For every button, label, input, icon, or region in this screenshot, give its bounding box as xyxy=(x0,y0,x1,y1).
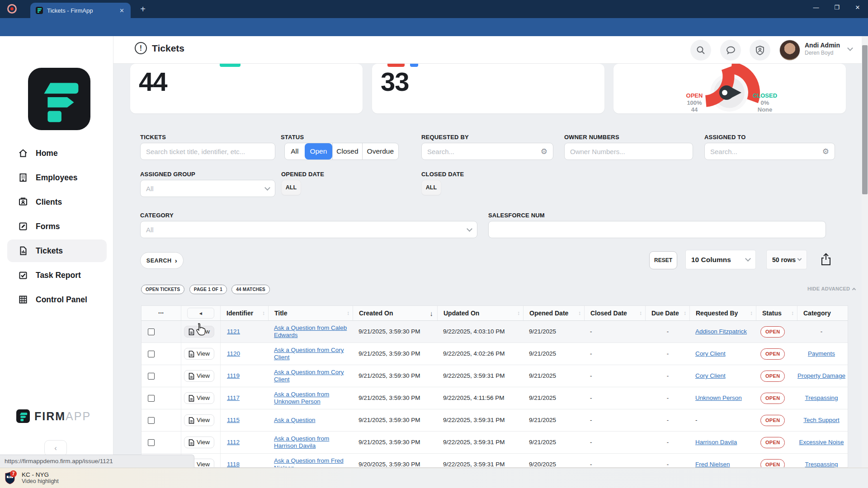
closed-date-all-button[interactable]: ALL xyxy=(421,180,441,195)
view-button[interactable]: View xyxy=(184,348,214,360)
ticket-title-link[interactable]: Ask a Question from Caleb Edwards xyxy=(274,324,353,339)
column-header-due-date[interactable]: Due Date↕ xyxy=(646,306,690,320)
opened-date-all-button[interactable]: ALL xyxy=(281,180,301,195)
owner-numbers-input[interactable]: Owner Numbers... xyxy=(564,143,693,160)
column-header-category[interactable]: Category xyxy=(797,306,845,320)
export-icon[interactable] xyxy=(820,253,832,266)
category-link[interactable]: Tech Support xyxy=(803,417,840,424)
sidebar-item-forms[interactable]: Forms xyxy=(7,215,107,238)
sidebar-item-employees[interactable]: Employees xyxy=(7,166,107,189)
column-header-status[interactable]: Status↕ xyxy=(756,306,797,320)
sidebar-item-tickets[interactable]: Tickets xyxy=(7,239,107,262)
row-checkbox[interactable] xyxy=(148,373,155,380)
view-button[interactable]: View xyxy=(184,436,214,448)
reset-button[interactable]: RESET xyxy=(649,251,677,269)
requested-by-link[interactable]: Cory Client xyxy=(695,350,726,357)
column-header-opened-date[interactable]: Opened Date↕ xyxy=(524,306,585,320)
sort-icon[interactable]: ↕ xyxy=(750,310,753,316)
requested-by-link[interactable]: Harrison Davila xyxy=(695,439,737,446)
collapse-columns-button[interactable]: ◂ xyxy=(187,308,214,319)
sort-desc-icon[interactable]: ↓ xyxy=(430,310,434,317)
view-button[interactable]: View xyxy=(184,392,214,404)
salesforce-input[interactable] xyxy=(488,221,826,238)
taskbar-widget[interactable]: NFL 7 KC - NYG Video highlight xyxy=(5,470,113,485)
tab-close-icon[interactable]: ✕ xyxy=(118,7,126,14)
browser-tab[interactable]: Tickets - FirmApp ✕ xyxy=(30,3,131,18)
tickets-search-input[interactable]: Search ticket title, identifier, etc... xyxy=(140,143,275,160)
ticket-title-link[interactable]: Ask a Question from Cory Client xyxy=(274,347,353,361)
ticket-title-link[interactable]: Ask a Question from Harrison Davila xyxy=(274,435,353,450)
status-option-closed[interactable]: Closed xyxy=(332,143,362,160)
sort-icon[interactable]: ↕ xyxy=(517,310,520,316)
category-select[interactable]: All xyxy=(140,221,477,238)
header-search-button[interactable] xyxy=(690,40,711,61)
sort-icon[interactable]: ↕ xyxy=(262,310,265,316)
ticket-title-link[interactable]: Ask a Question xyxy=(274,417,316,424)
category-link[interactable]: Payments xyxy=(808,350,835,357)
scrollbar-thumb[interactable] xyxy=(862,45,868,194)
column-header-identifier[interactable]: Identifier↕ xyxy=(221,306,269,320)
row-checkbox[interactable] xyxy=(148,417,155,424)
hide-advanced-toggle[interactable]: HIDE ADVANCED xyxy=(807,286,855,291)
status-option-open[interactable]: Open xyxy=(305,143,333,160)
requested-by-link[interactable]: Addison Fitzpatrick xyxy=(695,328,747,335)
sort-icon[interactable]: ↕ xyxy=(684,310,686,316)
sidebar-item-task-report[interactable]: Task Report xyxy=(7,264,107,286)
status-option-all[interactable]: All xyxy=(285,143,305,160)
search-button[interactable]: SEARCH› xyxy=(140,252,184,269)
new-tab-button[interactable]: + xyxy=(137,4,148,14)
requested-by-link[interactable]: Cory Client xyxy=(695,372,726,380)
ticket-id-link[interactable]: 1120 xyxy=(227,350,240,357)
ticket-title-link[interactable]: Ask a Question from Unknown Person xyxy=(274,391,353,405)
row-actions-icon[interactable]: ••• xyxy=(158,311,164,315)
category-link[interactable]: Trespassing xyxy=(805,394,838,402)
requested-by-link[interactable]: Fred Nielsen xyxy=(695,461,730,468)
sidebar-item-home[interactable]: Home xyxy=(7,142,107,164)
user-avatar[interactable] xyxy=(779,40,800,61)
window-close-button[interactable]: ✕ xyxy=(847,0,868,15)
requested-by-input[interactable]: Search...⚙ xyxy=(421,143,553,160)
column-header--[interactable]: ◂ xyxy=(181,306,221,320)
gear-icon[interactable]: ⚙ xyxy=(541,147,547,156)
row-checkbox[interactable] xyxy=(148,395,155,402)
row-checkbox[interactable] xyxy=(148,439,155,446)
header-admin-button[interactable] xyxy=(750,40,770,61)
category-link[interactable]: Property Damage xyxy=(797,372,845,380)
ticket-id-link[interactable]: 1115 xyxy=(227,417,240,424)
view-button[interactable]: View xyxy=(184,414,214,426)
window-minimize-button[interactable]: — xyxy=(806,0,826,15)
sort-icon[interactable]: ↕ xyxy=(639,310,642,316)
column-header-requested-by[interactable]: Requested By↕ xyxy=(690,306,756,320)
ticket-id-link[interactable]: 1112 xyxy=(227,439,240,446)
sidebar-item-control-panel[interactable]: Control Panel xyxy=(7,288,107,311)
sort-icon[interactable]: ↕ xyxy=(791,310,794,316)
page-scrollbar[interactable] xyxy=(862,36,868,468)
header-messages-button[interactable] xyxy=(720,40,741,61)
category-link[interactable]: Trespassing xyxy=(805,461,838,468)
status-option-overdue[interactable]: Overdue xyxy=(362,143,398,160)
gear-icon[interactable]: ⚙ xyxy=(822,147,829,156)
requested-by-link[interactable]: Unknown Person xyxy=(695,394,742,402)
row-checkbox[interactable] xyxy=(148,351,155,357)
view-button[interactable]: View xyxy=(184,326,214,338)
ticket-id-link[interactable]: 1118 xyxy=(227,461,240,468)
column-header-updated-on[interactable]: Updated On↕ xyxy=(438,306,524,320)
sidebar-item-clients[interactable]: Clients xyxy=(7,191,107,213)
assigned-to-input[interactable]: Search...⚙ xyxy=(704,143,835,160)
view-button[interactable]: View xyxy=(184,370,214,382)
column-header-closed-date[interactable]: Closed Date↕ xyxy=(585,306,646,320)
column-header-title[interactable]: Title↕ xyxy=(269,306,353,320)
sort-icon[interactable]: ↕ xyxy=(578,310,581,316)
sidebar-collapse-button[interactable]: ‹ xyxy=(44,440,67,456)
ticket-title-link[interactable]: Ask a Question from Fred Nielsen xyxy=(274,457,353,468)
column-header-created-on[interactable]: Created On↓ xyxy=(353,306,438,320)
row-checkbox[interactable] xyxy=(148,328,155,335)
ticket-id-link[interactable]: 1119 xyxy=(227,372,240,380)
category-link[interactable]: Excessive Noise xyxy=(799,439,844,446)
sort-icon[interactable]: ↕ xyxy=(347,310,349,316)
ticket-id-link[interactable]: 1117 xyxy=(227,394,240,402)
column-header--[interactable]: ••• xyxy=(142,306,181,320)
columns-dropdown[interactable]: 10 Columns xyxy=(685,250,756,269)
ticket-title-link[interactable]: Ask a Question from Cory Client xyxy=(274,369,353,383)
window-maximize-button[interactable]: ❐ xyxy=(826,0,847,15)
